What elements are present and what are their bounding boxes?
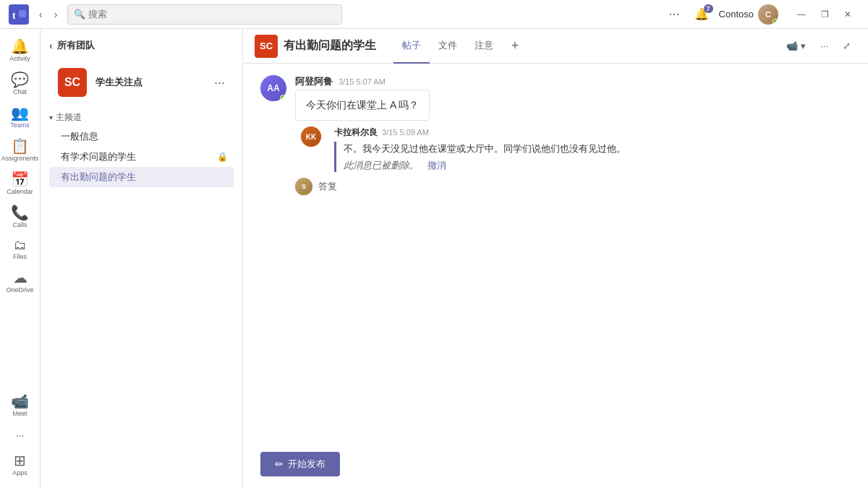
svg-text:t: t	[12, 10, 16, 21]
sidebar-item-assignments[interactable]: 📋 Assignments	[3, 134, 38, 166]
compose-button[interactable]: ✏ 开始发布	[260, 452, 340, 476]
minimize-button[interactable]: —	[790, 4, 813, 25]
calls-icon: 📞	[11, 205, 29, 220]
channels-label[interactable]: ▾ 主频道	[49, 108, 234, 127]
tab-notes-label: 注意	[475, 39, 493, 52]
channel-item-attendance[interactable]: 有出勤问题的学生	[49, 167, 234, 187]
reply-thread: KK 卡拉科尔良 3/15 5:09 AM 不。我今天没见过他在课堂或大厅中。同…	[295, 127, 851, 172]
channels-label-text: 主频道	[56, 111, 82, 124]
back-button[interactable]: ‹	[35, 6, 47, 23]
sidebar-item-meet[interactable]: 📹 Meet	[3, 390, 38, 421]
message-text: 今天你们在课堂上 A 吗？	[306, 99, 419, 111]
video-chevron-icon: ▾	[801, 40, 806, 51]
tab-posts[interactable]: 帖子	[393, 29, 430, 64]
channel-more-button[interactable]: ···	[814, 38, 834, 54]
sidebar-item-apps[interactable]: ⊞ Apps	[3, 449, 38, 481]
expand-button[interactable]: ⤢	[837, 38, 856, 54]
forward-button[interactable]: ›	[50, 6, 62, 23]
chat-icon: 💬	[11, 72, 29, 87]
more-options-button[interactable]: ···	[665, 5, 684, 23]
activity-icon: 🔔	[11, 39, 29, 53]
online-indicator	[773, 19, 778, 25]
compose-icon: ✏	[275, 458, 284, 470]
teams-logo: t	[9, 4, 29, 25]
channel-item-academic[interactable]: 有学术问题的学生 🔒	[49, 147, 234, 167]
onedrive-label: OneDrive	[6, 286, 33, 294]
apps-icon: ⊞	[14, 453, 26, 468]
titlebar-right: ··· 🔔 7 Contoso C — ❐ ✕	[665, 4, 859, 25]
tab-posts-label: 帖子	[402, 39, 421, 52]
more-icon: ···	[16, 430, 25, 440]
expand-icon: ⤢	[843, 40, 851, 51]
deleted-text: 此消息已被删除。	[344, 159, 419, 172]
channel-general-label: 一般信息	[61, 130, 98, 143]
team-name-label: 学生关注点	[95, 76, 142, 89]
onedrive-icon: ☁	[13, 270, 27, 285]
online-indicator	[280, 95, 286, 101]
chat-area: AA 阿登阿鲁 3/15 5:07 AM 今天你们在课堂上 A 吗？	[243, 64, 868, 440]
nav-buttons: ‹ ›	[35, 6, 61, 23]
calendar-icon: 📅	[11, 172, 29, 187]
titlebar: t ‹ › 🔍 ··· 🔔 7 Contoso C — ❐ ✕	[0, 0, 868, 29]
reply-button[interactable]: 答复	[318, 180, 337, 193]
assignments-label: Assignments	[1, 155, 39, 162]
teams-icon: 👥	[11, 106, 29, 120]
profile-area[interactable]: Contoso C	[719, 4, 778, 25]
search-icon: 🔍	[74, 9, 85, 20]
main-content: SC 有出勤问题的学生 帖子 文件 注意 + 📹	[243, 29, 868, 488]
reply-avatar: KK	[301, 127, 321, 147]
team-initials: SC	[64, 76, 80, 89]
assignments-icon: 📋	[11, 139, 29, 153]
channel-item-general[interactable]: 一般信息	[49, 127, 234, 147]
calendar-label: Calendar	[7, 188, 33, 195]
sidebar-item-calendar[interactable]: 📅 Calendar	[3, 168, 38, 200]
tab-files[interactable]: 文件	[430, 29, 466, 64]
avatar: C	[758, 4, 778, 25]
back-to-teams[interactable]: ‹ 所有团队	[41, 35, 242, 56]
tab-notes[interactable]: 注意	[466, 29, 502, 64]
search-bar[interactable]: 🔍	[67, 4, 342, 25]
activity-label: Activity	[9, 55, 30, 62]
teams-label: Teams	[10, 121, 30, 129]
channels-section: ▾ 主频道 一般信息 有学术问题的学生 🔒 有出勤问题的学生	[41, 106, 242, 190]
search-input[interactable]	[88, 9, 336, 20]
reply-header: 卡拉科尔良 3/15 5:09 AM	[334, 127, 626, 139]
close-button[interactable]: ✕	[836, 4, 859, 25]
deleted-message: 此消息已被删除。 撤消	[344, 159, 626, 172]
video-call-button[interactable]: 📹 ▾	[780, 38, 812, 54]
icon-sidebar: 🔔 Activity 💬 Chat 👥 Teams 📋 Assignments …	[0, 29, 41, 488]
more-channel-icon: ···	[820, 40, 828, 51]
sidebar-item-files[interactable]: 🗂 Files	[3, 234, 38, 265]
reply-text: 不。我今天没见过他在课堂或大厅中。同学们说他们也没有见过他。	[344, 143, 626, 154]
channel-icon-initials: SC	[260, 40, 273, 51]
team-card[interactable]: SC 学生关注点 ···	[49, 62, 234, 103]
reply-author: 卡拉科尔良	[334, 127, 378, 139]
sidebar-item-calls[interactable]: 📞 Calls	[3, 201, 38, 233]
channel-tabs: 帖子 文件 注意 +	[393, 29, 525, 64]
sidebar-item-teams[interactable]: 👥 Teams	[3, 101, 38, 133]
team-menu-button[interactable]: ···	[214, 75, 225, 90]
add-tab-icon: +	[511, 38, 519, 53]
sidebar-item-chat[interactable]: 💬 Chat	[3, 68, 38, 100]
files-icon: 🗂	[14, 239, 27, 252]
team-avatar: SC	[58, 68, 87, 97]
sidebar-item-activity[interactable]: 🔔 Activity	[3, 35, 38, 67]
add-tab-button[interactable]: +	[505, 36, 525, 56]
undo-link[interactable]: 撤消	[427, 159, 446, 172]
notifications-button[interactable]: 🔔 7	[690, 6, 713, 22]
svg-rect-2	[19, 10, 26, 17]
chevron-down-icon: ▾	[49, 114, 53, 121]
notification-badge: 7	[704, 4, 713, 13]
compose-button-label: 开始发布	[288, 458, 326, 471]
calls-label: Calls	[12, 221, 27, 228]
channel-icon: SC	[255, 35, 278, 58]
sidebar-item-onedrive[interactable]: ☁ OneDrive	[3, 266, 38, 298]
back-icon: ‹	[49, 40, 53, 51]
sidebar-item-more[interactable]: ···	[3, 426, 38, 445]
restore-button[interactable]: ❐	[813, 4, 836, 25]
back-to-teams-label: 所有团队	[57, 39, 95, 52]
reply-message: 卡拉科尔良 3/15 5:09 AM 不。我今天没见过他在课堂或大厅中。同学们说…	[334, 127, 626, 172]
channel-attendance-label: 有出勤问题的学生	[61, 171, 136, 184]
message-time: 3/15 5:07 AM	[339, 77, 386, 86]
message-bubble: 今天你们在课堂上 A 吗？	[295, 90, 430, 121]
